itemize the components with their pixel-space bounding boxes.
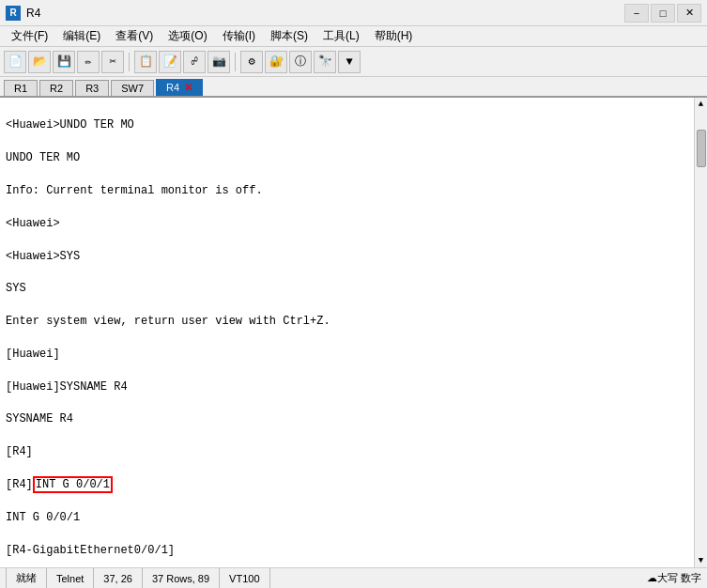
toolbar-separator-2 xyxy=(235,53,236,71)
toolbar-btn11[interactable]: 🔐 xyxy=(265,51,287,73)
line-9: [Huawei]SYSNAME R4 xyxy=(6,379,688,395)
tab-sw7[interactable]: SW7 xyxy=(111,80,154,96)
scroll-up-button[interactable]: ▲ xyxy=(695,98,708,111)
line-5: <Huawei>SYS xyxy=(6,249,688,265)
toolbar-btn10[interactable]: ⚙ xyxy=(240,51,263,73)
status-ready: 就绪 xyxy=(6,568,47,588)
window-title: R4 xyxy=(26,7,624,20)
tab-r3[interactable]: R3 xyxy=(75,80,109,96)
minimize-button[interactable]: − xyxy=(624,4,649,23)
tab-r4[interactable]: R4 ✕ xyxy=(156,79,203,96)
toolbar-btn12[interactable]: ⓘ xyxy=(289,51,312,73)
highlight-int-g: INT G 0/0/1 xyxy=(33,476,113,493)
line-3: Info: Current terminal monitor is off. xyxy=(6,183,688,199)
status-cursor: 37, 26 xyxy=(94,568,143,588)
status-caps-num: ☁大写 数字 xyxy=(647,571,701,585)
window-controls: − □ ✕ xyxy=(624,4,701,23)
tab-r1[interactable]: R1 xyxy=(4,80,38,96)
line-7: Enter system view, return user view with… xyxy=(6,314,688,330)
menu-options[interactable]: 选项(O) xyxy=(161,26,214,46)
tab-close-icon[interactable]: ✕ xyxy=(184,82,192,93)
status-rows-cols: 37 Rows, 89 xyxy=(143,568,220,588)
line-1: <Huawei>UNDO TER MO xyxy=(6,117,688,133)
menu-help[interactable]: 帮助(H) xyxy=(367,26,421,46)
line-4: <Huawei> xyxy=(6,216,688,232)
line-8: [Huawei] xyxy=(6,347,688,363)
toolbar-btn13[interactable]: 🔭 xyxy=(314,51,336,73)
toolbar: 📄 📂 💾 ✏ ✂ 📋 📝 ☍ 📷 ⚙ 🔐 ⓘ 🔭 ▼ xyxy=(0,47,707,77)
menu-script[interactable]: 脚本(S) xyxy=(263,26,315,46)
app-icon: R xyxy=(6,6,21,21)
status-bar: 就绪 Telnet 37, 26 37 Rows, 89 VT100 ☁大写 数… xyxy=(0,567,707,588)
menu-view[interactable]: 查看(V) xyxy=(108,26,161,46)
toolbar-btn6[interactable]: 📋 xyxy=(134,51,157,73)
status-terminal-type: VT100 xyxy=(220,568,269,588)
terminal-wrapper: <Huawei>UNDO TER MO UNDO TER MO Info: Cu… xyxy=(0,98,707,567)
menu-tools[interactable]: 工具(L) xyxy=(315,26,367,46)
tab-bar: R1 R2 R3 SW7 R4 ✕ xyxy=(0,77,707,98)
scroll-down-button[interactable]: ▼ xyxy=(695,554,708,567)
menu-transfer[interactable]: 传输(I) xyxy=(215,26,263,46)
toolbar-btn7[interactable]: 📝 xyxy=(159,51,181,73)
line-13: INT G 0/0/1 xyxy=(6,510,688,526)
toolbar-new[interactable]: 📄 xyxy=(4,51,26,73)
status-right-area: ☁大写 数字 xyxy=(647,571,701,585)
toolbar-separator-1 xyxy=(129,53,130,71)
toolbar-btn14[interactable]: ▼ xyxy=(338,51,361,73)
toolbar-open[interactable]: 📂 xyxy=(28,51,51,73)
line-10: SYSNAME R4 xyxy=(6,411,688,427)
toolbar-btn9[interactable]: 📷 xyxy=(207,51,230,73)
close-button[interactable]: ✕ xyxy=(677,4,701,23)
menu-edit[interactable]: 编辑(E) xyxy=(55,26,108,46)
toolbar-btn5[interactable]: ✂ xyxy=(101,51,124,73)
toolbar-btn8[interactable]: ☍ xyxy=(183,51,206,73)
line-12: [R4]INT G 0/0/1 xyxy=(6,477,688,493)
vertical-scrollbar[interactable]: ▲ ▼ xyxy=(694,98,707,567)
status-connection: Telnet xyxy=(47,568,94,588)
line-14: [R4-GigabitEthernet0/0/1] xyxy=(6,543,688,559)
toolbar-btn3[interactable]: 💾 xyxy=(53,51,75,73)
toolbar-btn4[interactable]: ✏ xyxy=(77,51,100,73)
terminal-output[interactable]: <Huawei>UNDO TER MO UNDO TER MO Info: Cu… xyxy=(0,98,694,567)
title-bar: R R4 − □ ✕ xyxy=(0,0,707,26)
line-11: [R4] xyxy=(6,444,688,460)
line-2: UNDO TER MO xyxy=(6,150,688,166)
menu-bar: 文件(F) 编辑(E) 查看(V) 选项(O) 传输(I) 脚本(S) 工具(L… xyxy=(0,26,707,47)
line-6: SYS xyxy=(6,281,688,297)
menu-file[interactable]: 文件(F) xyxy=(4,26,55,46)
maximize-button[interactable]: □ xyxy=(651,4,675,23)
scrollbar-thumb[interactable] xyxy=(697,130,706,167)
tab-r2[interactable]: R2 xyxy=(39,80,73,96)
